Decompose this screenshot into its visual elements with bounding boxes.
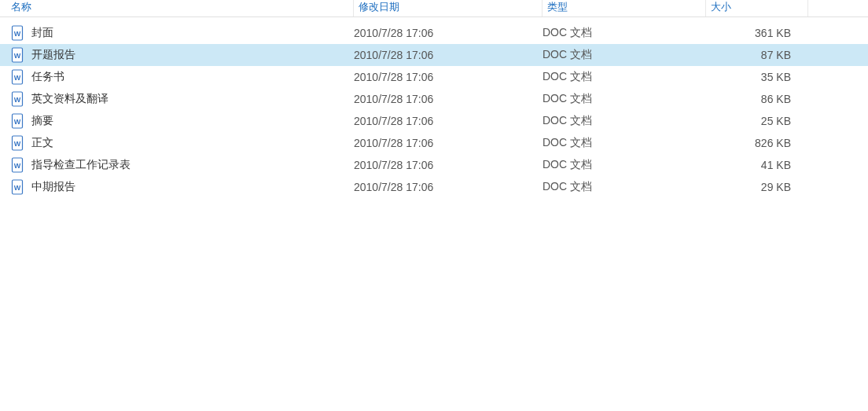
- file-size: 41 KB: [706, 159, 799, 171]
- file-size: 361 KB: [706, 27, 799, 39]
- file-type: DOC 文档: [542, 48, 706, 62]
- file-list: W封面2010/7/28 17:06DOC 文档361 KBW开题报告2010/…: [0, 17, 868, 198]
- svg-text:W: W: [14, 30, 21, 38]
- file-row[interactable]: W正文2010/7/28 17:06DOC 文档826 KB: [0, 132, 868, 154]
- file-name-cell: W正文: [11, 135, 354, 151]
- svg-text:W: W: [14, 184, 21, 192]
- file-size: 29 KB: [706, 181, 799, 193]
- file-name: 正文: [31, 136, 53, 150]
- file-type: DOC 文档: [542, 26, 706, 40]
- svg-text:W: W: [14, 118, 21, 126]
- file-date: 2010/7/28 17:06: [354, 115, 542, 127]
- svg-text:W: W: [14, 162, 21, 170]
- file-row[interactable]: W指导检查工作记录表2010/7/28 17:06DOC 文档41 KB: [0, 154, 868, 176]
- file-name: 任务书: [31, 70, 64, 84]
- doc-file-icon: W: [11, 25, 24, 41]
- file-row[interactable]: W开题报告2010/7/28 17:06DOC 文档87 KB: [0, 44, 868, 66]
- file-name-cell: W指导检查工作记录表: [11, 157, 354, 173]
- doc-file-icon: W: [11, 113, 24, 129]
- file-row[interactable]: W任务书2010/7/28 17:06DOC 文档35 KB: [0, 66, 868, 88]
- file-name-cell: W中期报告: [11, 179, 354, 195]
- file-size: 25 KB: [706, 115, 799, 127]
- file-date: 2010/7/28 17:06: [354, 27, 542, 39]
- file-row[interactable]: W摘要2010/7/28 17:06DOC 文档25 KB: [0, 110, 868, 132]
- doc-file-icon: W: [11, 47, 24, 63]
- svg-text:W: W: [14, 52, 21, 60]
- doc-file-icon: W: [11, 91, 24, 107]
- file-date: 2010/7/28 17:06: [354, 49, 542, 61]
- file-row[interactable]: W英文资料及翻译2010/7/28 17:06DOC 文档86 KB: [0, 88, 868, 110]
- file-name: 摘要: [31, 114, 53, 128]
- file-name-cell: W封面: [11, 25, 354, 41]
- column-headers: 名称 修改日期 类型 大小: [0, 0, 868, 17]
- file-date: 2010/7/28 17:06: [354, 181, 542, 193]
- header-size[interactable]: 大小: [706, 0, 808, 17]
- doc-file-icon: W: [11, 157, 24, 173]
- file-row[interactable]: W封面2010/7/28 17:06DOC 文档361 KB: [0, 22, 868, 44]
- doc-file-icon: W: [11, 179, 24, 195]
- file-name: 英文资料及翻译: [31, 92, 108, 106]
- file-row[interactable]: W中期报告2010/7/28 17:06DOC 文档29 KB: [0, 176, 868, 198]
- file-name: 封面: [31, 26, 53, 40]
- file-size: 86 KB: [706, 93, 799, 105]
- file-size: 826 KB: [706, 137, 799, 149]
- file-name-cell: W英文资料及翻译: [11, 91, 354, 107]
- file-type: DOC 文档: [542, 158, 706, 172]
- svg-text:W: W: [14, 96, 21, 104]
- file-name-cell: W开题报告: [11, 47, 354, 63]
- file-type: DOC 文档: [542, 70, 706, 84]
- file-name-cell: W摘要: [11, 113, 354, 129]
- file-name: 开题报告: [31, 48, 75, 62]
- svg-text:W: W: [14, 140, 21, 148]
- header-name[interactable]: 名称: [0, 0, 354, 17]
- file-size: 87 KB: [706, 49, 799, 61]
- file-type: DOC 文档: [542, 136, 706, 150]
- file-name: 中期报告: [31, 180, 75, 194]
- file-type: DOC 文档: [542, 92, 706, 106]
- file-date: 2010/7/28 17:06: [354, 137, 542, 149]
- file-type: DOC 文档: [542, 180, 706, 194]
- file-type: DOC 文档: [542, 114, 706, 128]
- header-type[interactable]: 类型: [542, 0, 706, 17]
- file-date: 2010/7/28 17:06: [354, 159, 542, 171]
- svg-text:W: W: [14, 74, 21, 82]
- header-date[interactable]: 修改日期: [354, 0, 542, 17]
- doc-file-icon: W: [11, 135, 24, 151]
- file-name-cell: W任务书: [11, 69, 354, 85]
- file-date: 2010/7/28 17:06: [354, 93, 542, 105]
- doc-file-icon: W: [11, 69, 24, 85]
- file-size: 35 KB: [706, 71, 799, 83]
- file-name: 指导检查工作记录表: [31, 158, 131, 172]
- file-date: 2010/7/28 17:06: [354, 71, 542, 83]
